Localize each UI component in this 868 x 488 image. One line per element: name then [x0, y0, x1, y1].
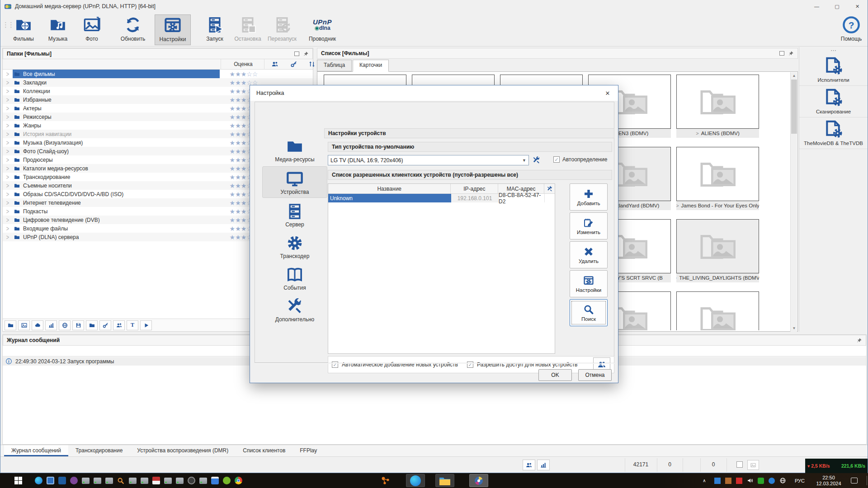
panel-float-button[interactable]	[779, 51, 784, 56]
taskbar-calculator-icon[interactable]	[209, 473, 221, 488]
cloud-button[interactable]	[32, 320, 43, 330]
status-chart-button[interactable]	[537, 460, 550, 470]
expand-chevron-icon[interactable]: >	[3, 88, 13, 95]
expand-chevron-icon[interactable]: >	[3, 79, 13, 86]
expand-chevron-icon[interactable]: >	[3, 70, 13, 78]
taskbar-explorer-pinned[interactable]	[435, 474, 454, 487]
expand-chevron-icon[interactable]: >	[3, 139, 13, 146]
expand-chevron-icon[interactable]: >	[3, 113, 13, 121]
cancel-button[interactable]: Отмена	[578, 369, 612, 381]
toolbar-refresh-button[interactable]: Обновить	[115, 14, 151, 45]
taskbar-sphere-icon[interactable]	[185, 473, 197, 488]
panel-float-button[interactable]	[294, 52, 299, 56]
auto-add-checkbox[interactable]: ✓	[332, 361, 338, 368]
tray-globe-icon[interactable]	[778, 473, 788, 488]
card-chevron-icon[interactable]: >	[676, 275, 677, 281]
chevron-down-icon[interactable]: ▼	[522, 158, 528, 163]
taskbar-rdp-icon[interactable]	[56, 473, 68, 488]
pin-icon[interactable]	[303, 51, 309, 57]
rail-item-performers[interactable]: Исполнители	[799, 54, 868, 86]
movie-card[interactable]: >ALIENS (BDMV)	[676, 75, 759, 139]
taskbar-hxd-icon[interactable]	[150, 473, 162, 488]
delete-device-button[interactable]: Удалить	[570, 241, 608, 268]
dialog-close-button[interactable]: ✕	[601, 89, 614, 98]
taskbar-monitor-icon[interactable]	[44, 473, 56, 488]
chart-button[interactable]	[45, 320, 57, 330]
taskbar-drive-icon[interactable]	[103, 473, 115, 488]
expand-chevron-icon[interactable]: >	[3, 131, 13, 138]
taskbar-drive-icon[interactable]	[80, 473, 91, 488]
maximize-button[interactable]: ▢	[827, 0, 847, 13]
autodetect-checkbox-row[interactable]: ✓ Автоопределение	[553, 156, 607, 163]
rating-column-header[interactable]: Оценка	[225, 61, 261, 67]
globe-button[interactable]	[59, 320, 71, 330]
save-button[interactable]	[72, 320, 84, 330]
expand-chevron-icon[interactable]: >	[3, 174, 13, 181]
rail-item-moviedb[interactable]: TheMovieDB & TheTVDB	[799, 117, 868, 149]
status-clients-button[interactable]	[523, 460, 535, 470]
search-devices-button[interactable]: Поиск	[570, 299, 608, 326]
card-chevron-icon[interactable]: >	[676, 203, 679, 208]
bottom-tab[interactable]: Журнал сообщений	[4, 445, 68, 456]
play-button[interactable]	[140, 320, 152, 330]
toolbar-settings-button[interactable]: Настройки	[155, 14, 191, 45]
expand-chevron-icon[interactable]: >	[3, 105, 13, 112]
toolbar-explorer-button[interactable]: UPnP ◉dlna Проводник	[304, 14, 340, 45]
device-table-row[interactable]: Unknown 192.168.0.101 D8-CB-8A-52-47-D2	[328, 194, 555, 202]
rating-stars[interactable]: ★★★☆☆	[224, 70, 263, 78]
column-ip[interactable]: IP-адрес	[451, 184, 498, 193]
tray-icon-blue[interactable]	[712, 473, 722, 488]
nav-events[interactable]: События	[263, 266, 326, 291]
nav-server[interactable]: Сервер	[263, 202, 326, 228]
font-button[interactable]: T	[127, 320, 138, 330]
tray-expand-icon[interactable]: ∧	[700, 473, 709, 488]
toolbar-help-button[interactable]: ? Помощь	[833, 14, 868, 45]
clients-filter-icon[interactable]: < use href="#i-people"/>	[271, 61, 278, 68]
scroll-up-icon[interactable]: ▲	[791, 72, 797, 79]
column-name[interactable]: Название	[328, 184, 451, 193]
tray-clock[interactable]: 22:5012.03.2024	[812, 473, 845, 488]
open-folder-button[interactable]	[5, 320, 16, 330]
default-device-select[interactable]: LG TV (DLNA, 16:9, 720x406) ▼	[328, 155, 529, 165]
folder-tree-row[interactable]: > Все фильмы ★★★☆☆	[3, 70, 313, 78]
expand-chevron-icon[interactable]: >	[3, 199, 13, 206]
minimize-button[interactable]: —	[807, 0, 827, 13]
movie-card[interactable]: >THE_LIVING_DAYLIGHTS (BDMV)	[676, 219, 759, 283]
device-settings-button[interactable]: Настройки	[570, 270, 608, 297]
tray-speaker-icon[interactable]	[745, 473, 755, 488]
nav-devices[interactable]: Устройства	[263, 170, 326, 195]
image-button[interactable]	[18, 320, 30, 330]
expand-chevron-icon[interactable]: >	[3, 96, 13, 103]
taskbar-hms-active[interactable]	[469, 474, 488, 487]
status-checkbox[interactable]	[736, 461, 743, 468]
pin-icon[interactable]	[856, 338, 862, 343]
show-desktop-button[interactable]	[867, 476, 867, 485]
toolbar-start-button[interactable]: Запуск	[197, 14, 233, 45]
expand-chevron-icon[interactable]: >	[3, 216, 13, 224]
expand-chevron-icon[interactable]: >	[3, 165, 13, 172]
toolbar-movies-button[interactable]: Фильмы	[5, 14, 42, 45]
taskbar-drive-icon[interactable]	[162, 473, 174, 488]
notification-center-icon[interactable]	[848, 473, 860, 488]
expand-chevron-icon[interactable]: >	[3, 156, 13, 164]
taskbar-edge-pinned[interactable]	[406, 474, 425, 487]
taskbar-edge-icon[interactable]	[33, 473, 44, 488]
tab-table[interactable]: Таблица	[317, 60, 352, 71]
start-button[interactable]	[10, 473, 26, 488]
nav-media-resources[interactable]: Медиа-ресурсы	[263, 137, 326, 163]
taskbar-drive-icon[interactable]	[197, 473, 209, 488]
bottom-tab[interactable]: Список клиентов	[236, 445, 292, 456]
taskbar-tor-icon[interactable]	[68, 473, 80, 488]
bottom-tab[interactable]: Устройства воспроизведения (DMR)	[130, 445, 236, 456]
scroll-down-icon[interactable]: ▼	[791, 325, 797, 332]
toolbar-photo-button[interactable]: Фото	[74, 14, 110, 45]
tray-language[interactable]: РУС	[792, 473, 807, 488]
key-filter-icon[interactable]	[290, 61, 297, 68]
cards-scrollbar[interactable]: ▲ ▼	[790, 72, 797, 332]
toolbar-music-button[interactable]: Музыка	[40, 14, 76, 45]
taskbar-molecule-icon[interactable]	[378, 473, 393, 488]
card-chevron-icon[interactable]: >	[696, 131, 698, 136]
taskbar-chrome-icon[interactable]	[232, 473, 244, 488]
allow-access-checkbox[interactable]: ✓	[467, 361, 473, 368]
expand-chevron-icon[interactable]: >	[3, 208, 13, 215]
